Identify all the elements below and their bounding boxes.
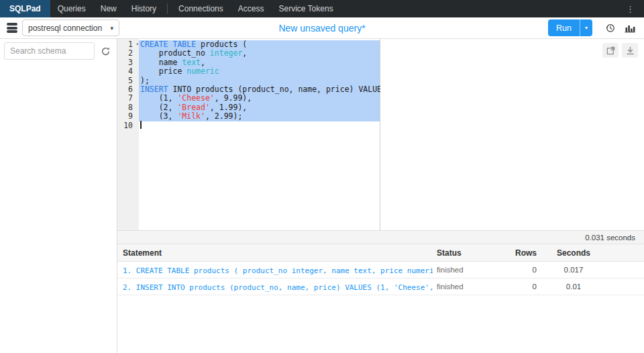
database-icon: [7, 23, 17, 33]
schema-refresh-button[interactable]: [99, 45, 112, 58]
top-navbar: SQLPad Queries New History Connections A…: [0, 0, 644, 17]
download-icon: [626, 46, 635, 55]
query-history-button[interactable]: [603, 21, 617, 35]
app-body: 1 ▾ 2 3 4 5 6 7 8 9 10 CREATE T: [0, 39, 644, 353]
code-line: (1, 'Cheese', 9.99),: [139, 94, 380, 103]
query-result-panel: [380, 39, 644, 230]
text-cursor: [140, 121, 142, 129]
statements-panel: 0.031 seconds Statement Status Rows Seco…: [117, 231, 644, 353]
code-line: price numeric: [139, 67, 380, 76]
nav-item-history[interactable]: History: [124, 0, 164, 17]
editor-gutter: 1 ▾ 2 3 4 5 6 7 8 9 10: [117, 39, 139, 230]
nav-item-service-tokens[interactable]: Service Tokens: [271, 0, 340, 17]
nav-item-access[interactable]: Access: [231, 0, 272, 17]
statement-seconds: 0.01: [543, 283, 604, 291]
statement-rows: 0: [510, 266, 543, 274]
nav-divider: [167, 3, 168, 14]
run-dropdown-caret[interactable]: ▾: [580, 19, 592, 36]
download-results-button[interactable]: [622, 43, 638, 58]
main-area: 1 ▾ 2 3 4 5 6 7 8 9 10 CREATE T: [117, 39, 644, 353]
chart-button[interactable]: [623, 21, 637, 35]
brand-sqlpad[interactable]: SQLPad: [0, 0, 50, 17]
open-in-new-window-button[interactable]: [602, 43, 619, 58]
toolbar-right: Run ▾: [548, 19, 637, 36]
sql-editor[interactable]: 1 ▾ 2 3 4 5 6 7 8 9 10 CREATE T: [117, 39, 380, 230]
statement-link[interactable]: 1. CREATE TABLE products ( product_no in…: [123, 266, 433, 275]
kebab-menu-icon[interactable]: ⋮: [616, 0, 644, 17]
result-panel-actions: [602, 43, 638, 58]
statement-row: 2. INSERT INTO products (product_no, nam…: [117, 279, 644, 295]
connection-select-value: postresql connection: [28, 23, 102, 33]
chevron-down-icon: ▾: [110, 25, 113, 32]
code-fold-icon[interactable]: ▾: [136, 40, 139, 49]
gutter-line-number: 1 ▾: [117, 40, 139, 49]
code-line: product_no integer,: [139, 49, 380, 58]
elapsed-time-bar: 0.031 seconds: [117, 231, 644, 244]
statement-row: 1. CREATE TABLE products ( product_no in…: [117, 262, 644, 279]
editor-text-area[interactable]: CREATE TABLE products ( product_no integ…: [139, 39, 380, 230]
bar-chart-icon: [625, 23, 635, 33]
nav-spacer: [341, 0, 616, 17]
header-statement: Statement: [117, 248, 433, 258]
schema-search-input[interactable]: [4, 42, 95, 60]
header-seconds: Seconds: [543, 248, 604, 258]
history-clock-icon: [605, 23, 615, 33]
nav-item-new[interactable]: New: [93, 0, 124, 17]
code-line: CREATE TABLE products (: [139, 40, 380, 49]
statements-header-row: Statement Status Rows Seconds: [117, 244, 644, 262]
statement-seconds: 0.017: [543, 266, 604, 274]
toolbar-icons: [603, 21, 637, 35]
connection-select[interactable]: postresql connection ▾: [22, 19, 119, 36]
statement-link[interactable]: 2. INSERT INTO products (product_no, nam…: [123, 283, 433, 292]
header-status: Status: [433, 248, 510, 258]
run-split-button: Run ▾: [548, 19, 592, 36]
code-line-active: [139, 121, 380, 130]
code-line: (3, 'Milk', 2.99);: [139, 112, 380, 121]
header-rows: Rows: [510, 248, 543, 258]
editor-result-split: 1 ▾ 2 3 4 5 6 7 8 9 10 CREATE T: [117, 39, 644, 231]
refresh-icon: [101, 46, 111, 56]
elapsed-time: 0.031 seconds: [585, 234, 635, 242]
nav-item-connections[interactable]: Connections: [171, 0, 231, 17]
statement-status: finished: [433, 266, 510, 274]
code-line: INSERT INTO products (product_no, name, …: [139, 85, 380, 94]
statement-status: finished: [433, 283, 510, 291]
code-line: );: [139, 77, 380, 85]
schema-sidebar: [0, 39, 117, 353]
code-line: (2, 'Bread', 1.99),: [139, 103, 380, 112]
code-line: name text,: [139, 58, 380, 67]
run-button[interactable]: Run: [548, 19, 580, 36]
statement-rows: 0: [510, 283, 543, 291]
query-toolbar: postresql connection ▾ New unsaved query…: [0, 17, 644, 39]
nav-item-queries[interactable]: Queries: [50, 0, 93, 17]
sqlpad-app: SQLPad Queries New History Connections A…: [0, 0, 644, 353]
external-link-icon: [606, 46, 615, 55]
